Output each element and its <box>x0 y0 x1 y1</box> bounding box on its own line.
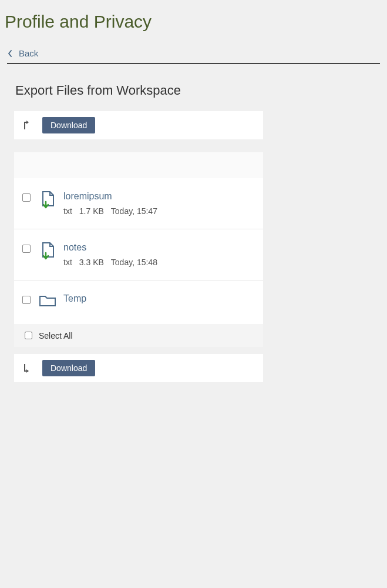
select-all-bar: Select All <box>14 324 263 347</box>
folder-icon <box>39 293 56 308</box>
file-download-icon <box>39 191 56 209</box>
arrow-down-right-icon <box>22 363 32 373</box>
file-modified: Today, 15:48 <box>111 258 157 267</box>
download-button[interactable]: Download <box>42 360 95 376</box>
file-row: notes txt 3.3 KB Today, 15:48 <box>14 229 263 280</box>
row-checkbox[interactable] <box>22 296 31 304</box>
folder-row: Temp <box>14 280 263 324</box>
file-size: 3.3 KB <box>79 258 104 267</box>
file-download-icon <box>39 242 56 260</box>
file-list: loremipsum txt 1.7 KB Today, 15:47 notes… <box>14 178 263 324</box>
back-link[interactable]: Back <box>7 48 380 64</box>
file-modified: Today, 15:47 <box>111 206 157 216</box>
top-toolbar: Download <box>14 111 263 139</box>
arrow-up-right-icon <box>22 120 32 131</box>
select-all-checkbox[interactable] <box>25 332 32 339</box>
folder-name[interactable]: Temp <box>63 293 86 304</box>
select-all-label: Select All <box>39 331 73 340</box>
file-name[interactable]: loremipsum <box>63 191 157 202</box>
file-ext: txt <box>63 258 72 267</box>
row-checkbox[interactable] <box>22 245 31 253</box>
file-row: loremipsum txt 1.7 KB Today, 15:47 <box>14 178 263 229</box>
section-title: Export Files from Workspace <box>15 83 387 98</box>
file-ext: txt <box>63 206 72 216</box>
list-header <box>14 152 263 178</box>
file-size: 1.7 KB <box>79 206 104 216</box>
download-button[interactable]: Download <box>42 117 95 133</box>
page-title: Profile and Privacy <box>0 0 387 36</box>
chevron-left-icon <box>7 49 13 58</box>
row-checkbox[interactable] <box>22 193 31 202</box>
back-label: Back <box>19 48 38 58</box>
bottom-toolbar: Download <box>14 354 263 382</box>
file-name[interactable]: notes <box>63 242 157 253</box>
